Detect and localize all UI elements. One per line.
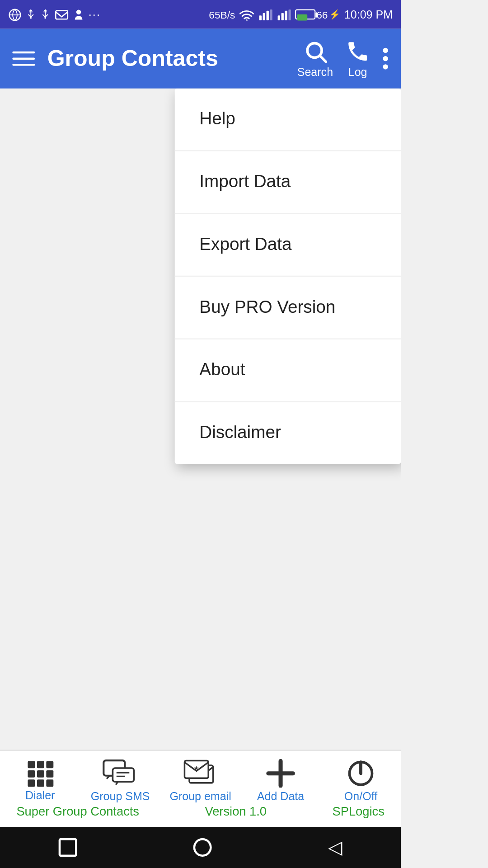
svg-point-16	[383, 48, 388, 53]
menu-item-help[interactable]: Help	[175, 89, 401, 151]
svg-line-15	[320, 56, 326, 62]
svg-rect-24	[184, 761, 208, 778]
menu-item-import-data[interactable]: Import Data	[175, 151, 401, 214]
svg-rect-12	[285, 10, 287, 20]
globe-icon	[8, 8, 22, 21]
sys-nav-back[interactable]: ◁	[328, 836, 343, 859]
bottom-nav-row: Dialer Group SMS	[0, 759, 401, 802]
group-sms-label: Group SMS	[91, 790, 150, 802]
dropdown-menu: Help Import Data Export Data Buy PRO Ver…	[175, 89, 401, 464]
hamburger-icon[interactable]	[12, 52, 35, 66]
battery-percent: 66	[316, 9, 328, 20]
svg-point-18	[383, 64, 388, 69]
footer-center: Version 1.0	[205, 804, 267, 819]
menu-item-export-data[interactable]: Export Data	[175, 214, 401, 277]
svg-rect-13	[288, 9, 291, 20]
menu-item-disclaimer[interactable]: Disclaimer	[175, 402, 401, 463]
group-email-label: Group email	[169, 790, 231, 802]
log-label: Log	[348, 66, 367, 78]
svg-rect-20	[113, 768, 134, 782]
svg-rect-6	[259, 15, 261, 20]
svg-point-5	[245, 19, 247, 20]
bottom-nav-add-data[interactable]: Add Data	[250, 759, 311, 802]
footer-right: SPLogics	[332, 804, 384, 819]
add-data-icon	[266, 759, 295, 788]
menu-item-buy-pro[interactable]: Buy PRO Version	[175, 277, 401, 340]
bottom-nav-group-email[interactable]: Group email	[169, 759, 231, 802]
svg-point-4	[76, 9, 81, 14]
clock: 10:09 PM	[344, 8, 393, 20]
sys-nav-home[interactable]	[193, 838, 212, 857]
usb-icon	[26, 8, 36, 21]
search-button[interactable]: Search	[297, 39, 333, 78]
more-vert-button[interactable]	[382, 47, 389, 70]
status-bar: ··· 65B/s 66 ⚡ 10:09 PM	[0, 0, 401, 29]
battery-icon: 66 ⚡	[295, 9, 340, 20]
signal-icon	[258, 9, 272, 20]
signal2-icon	[276, 9, 291, 20]
wifi-icon	[239, 9, 254, 20]
dialer-icon	[27, 760, 53, 786]
onoff-icon	[347, 759, 375, 788]
status-right: 65B/s 66 ⚡ 10:09 PM	[209, 8, 393, 20]
usb2-icon	[40, 8, 51, 21]
svg-point-2	[44, 17, 46, 19]
dialer-label: Dialer	[25, 788, 55, 801]
svg-rect-8	[266, 10, 268, 20]
group-sms-icon	[102, 759, 139, 788]
footer-left: Super Group Contacts	[16, 804, 139, 819]
app-bar: Group Contacts Search Log	[0, 29, 401, 89]
menu-item-about[interactable]: About	[175, 340, 401, 402]
group-email-icon	[183, 759, 218, 788]
add-data-label: Add Data	[257, 790, 304, 802]
bottom-nav-dialer[interactable]: Dialer	[9, 760, 70, 801]
bottom-nav: Dialer Group SMS	[0, 750, 401, 827]
person-icon	[73, 8, 84, 21]
system-nav: ◁	[0, 827, 401, 868]
log-button[interactable]: Log	[345, 39, 370, 78]
app-bar-title: Group Contacts	[47, 45, 285, 72]
svg-rect-3	[56, 10, 68, 19]
bottom-nav-onoff[interactable]: On/Off	[330, 759, 391, 802]
svg-rect-10	[277, 15, 280, 20]
mail-icon	[55, 9, 69, 20]
sys-nav-recents[interactable]	[58, 838, 77, 857]
network-speed: 65B/s	[209, 9, 235, 20]
search-label: Search	[297, 66, 333, 78]
svg-rect-11	[281, 13, 283, 20]
svg-rect-7	[263, 13, 265, 20]
svg-point-1	[30, 17, 32, 19]
onoff-label: On/Off	[344, 790, 377, 802]
status-left: ···	[8, 8, 101, 21]
svg-point-17	[383, 56, 388, 61]
bottom-nav-group-sms[interactable]: Group SMS	[89, 759, 151, 802]
dots-icon: ···	[89, 8, 101, 20]
bottom-footer: Super Group Contacts Version 1.0 SPLogic…	[0, 802, 401, 822]
svg-rect-9	[270, 9, 272, 20]
